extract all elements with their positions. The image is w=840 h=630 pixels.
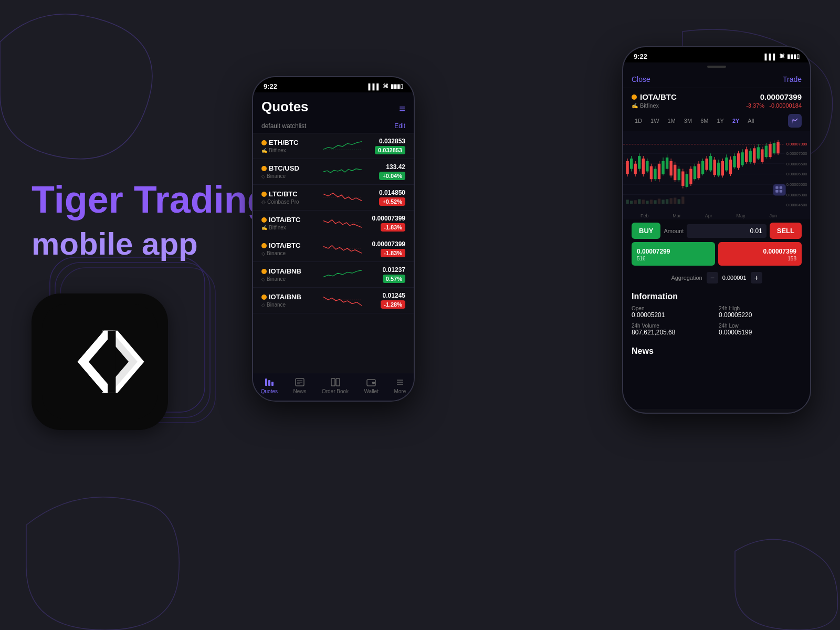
trading-pair-info: IOTA/BTC 0.00007399 ✍ Bitfinex -3.37% -0… [623, 88, 810, 111]
svg-rect-137 [780, 186, 782, 189]
pair-price: 0.00007399 [760, 92, 802, 101]
app-title: Tiger Trading [32, 179, 270, 220]
status-bar-right: 9:22 ▌▌▌ ⌘ ▮▮▮▯ [623, 47, 810, 62]
info-24h-low: 24h Low 0.00005199 [719, 323, 802, 336]
chart-btc [323, 164, 362, 180]
buy-sell-section: BUY Amount SELL 0.00007299 516 0.0000739… [623, 219, 810, 269]
quotes-header: Quotes ≡ [253, 92, 414, 119]
status-bar-left: 9:22 ▌▌▌ ⌘ ▮▮▮▯ [253, 77, 414, 92]
chart-x-labels: Feb Mar Apr May Jun [623, 212, 810, 219]
svg-rect-132 [674, 197, 676, 204]
nav-wallet-label: Wallet [364, 388, 379, 394]
quotes-icon [264, 377, 275, 387]
period-1y[interactable]: 1Y [713, 116, 727, 125]
low-value: 0.00005199 [719, 329, 802, 336]
quote-row-btc-usd[interactable]: BTC/USD ◇ Binance 133.42 +0.04% [253, 159, 414, 185]
app-icon [32, 293, 168, 430]
period-all[interactable]: All [744, 116, 757, 125]
bid-qty: 516 [637, 256, 710, 261]
bid-box[interactable]: 0.00007299 516 [632, 242, 715, 266]
high-value: 0.00005220 [719, 311, 802, 319]
news-icon [295, 377, 305, 387]
svg-rect-136 [775, 186, 778, 189]
news-title: News [632, 346, 802, 356]
candlestick-chart[interactable]: 0.00007399 0.00007000 0.00006500 0.00006… [623, 131, 810, 212]
quote-row-iota-bnb-1[interactable]: IOTA/BNB ◇ Binance 0.01237 0.57% [253, 262, 414, 288]
ask-qty: 158 [723, 256, 796, 261]
app-icon-wrapper [32, 293, 189, 451]
svg-text:0.00006000: 0.00006000 [786, 172, 807, 177]
svg-text:0.00005000: 0.00005000 [786, 193, 807, 197]
svg-rect-120 [626, 200, 628, 204]
ask-box[interactable]: 0.00007399 158 [718, 242, 802, 266]
buy-button[interactable]: BUY [632, 223, 660, 239]
agg-plus-button[interactable]: + [751, 272, 762, 284]
nav-orderbook[interactable]: Order Book [322, 377, 349, 394]
agg-minus-button[interactable]: − [707, 272, 718, 284]
nav-more[interactable]: More [394, 377, 406, 394]
edit-button[interactable]: Edit [394, 122, 405, 130]
info-24h-high: 24h High 0.00005220 [719, 306, 802, 319]
volume-label: 24h Volume [632, 323, 715, 329]
trading-action-header: Close Trade [623, 71, 810, 88]
low-label: 24h Low [719, 323, 802, 329]
svg-text:0.00007399: 0.00007399 [786, 142, 807, 146]
period-1w[interactable]: 1W [647, 116, 663, 125]
high-label: 24h High [719, 306, 802, 311]
order-book-row: 0.00007299 516 0.00007399 158 [632, 242, 802, 266]
svg-rect-124 [642, 200, 645, 204]
pair-exchange-row: ✍ Bitfinex -3.37% -0.00000184 [632, 102, 802, 109]
bottom-nav-left: Quotes News [253, 373, 414, 397]
sheet-handle [623, 62, 810, 71]
quote-row-iota-btc-bitfinex[interactable]: IOTA/BTC ✍ Bitfinex 0.00007399 -1.83% [253, 211, 414, 236]
svg-rect-126 [650, 200, 653, 204]
aggregation-row: Aggregation − 0.000001 + [623, 269, 810, 287]
app-subtitle: mobile app [32, 226, 198, 262]
quote-row-iota-btc-binance[interactable]: IOTA/BTC ◇ Binance 0.00007399 -1.83% [253, 236, 414, 262]
phone-trading: 9:22 ▌▌▌ ⌘ ▮▮▮▯ Close Trade IOTA/BTC 0.0… [622, 46, 811, 414]
period-1d[interactable]: 1D [632, 116, 645, 125]
period-3m[interactable]: 3M [681, 116, 695, 125]
info-open: Open 0.00005201 [632, 306, 715, 319]
quote-info-eth: ETH/BTC ✍ Bitfinex [261, 139, 319, 153]
nav-wallet[interactable]: Wallet [364, 377, 379, 394]
amount-input[interactable] [687, 224, 766, 238]
information-section: Information Open 0.00005201 24h High 0.0… [623, 287, 810, 341]
close-button[interactable]: Close [632, 75, 650, 83]
ask-price: 0.00007399 [763, 248, 796, 255]
svg-rect-131 [669, 198, 672, 204]
nav-quotes-label: Quotes [261, 388, 278, 394]
pair-eth-btc: ETH/BTC [261, 139, 319, 146]
chart-svg: 0.00007399 0.00007000 0.00006500 0.00006… [623, 133, 810, 210]
info-grid: Open 0.00005201 24h High 0.00005220 24h … [632, 306, 802, 336]
nav-orderbook-label: Order Book [322, 388, 349, 394]
quote-row-ltc-btc[interactable]: LTC/BTC ◎ Coinbase Pro 0.014850 +0.52% [253, 185, 414, 211]
svg-rect-122 [634, 200, 636, 204]
svg-rect-138 [775, 190, 778, 193]
period-1m[interactable]: 1M [665, 116, 679, 125]
svg-text:0.00005500: 0.00005500 [786, 182, 807, 187]
nav-news[interactable]: News [293, 377, 306, 394]
quote-row-iota-bnb-2[interactable]: IOTA/BNB ◇ Binance 0.01245 -1.28% [253, 288, 414, 313]
notch-right [690, 47, 743, 60]
aggregation-value: 0.000001 [722, 275, 747, 281]
watchlist-label: default watchlist [261, 122, 306, 130]
chart-type-icon[interactable] [788, 114, 802, 128]
svg-rect-133 [678, 199, 680, 204]
period-2y[interactable]: 2Y [729, 116, 742, 125]
period-6m[interactable]: 6M [697, 116, 711, 125]
coin-dot-eth [261, 140, 267, 145]
svg-rect-135 [773, 184, 786, 196]
nav-quotes[interactable]: Quotes [261, 377, 278, 394]
svg-rect-130 [666, 199, 668, 204]
signal-icons-right: ▌▌▌ ⌘ ▮▮▮▯ [765, 53, 800, 60]
quote-row-eth-btc[interactable]: ETH/BTC ✍ Bitfinex 0.032853 0.032853 [253, 133, 414, 159]
buy-sell-row: BUY Amount SELL [632, 223, 802, 239]
nav-more-label: More [394, 388, 406, 394]
trade-button[interactable]: Trade [783, 75, 802, 83]
bid-price: 0.00007299 [637, 248, 670, 255]
sell-button[interactable]: SELL [770, 223, 802, 239]
amount-label: Amount [664, 228, 684, 234]
menu-icon[interactable]: ≡ [399, 103, 405, 115]
period-selector: 1D 1W 1M 3M 6M 1Y 2Y All [623, 111, 810, 131]
